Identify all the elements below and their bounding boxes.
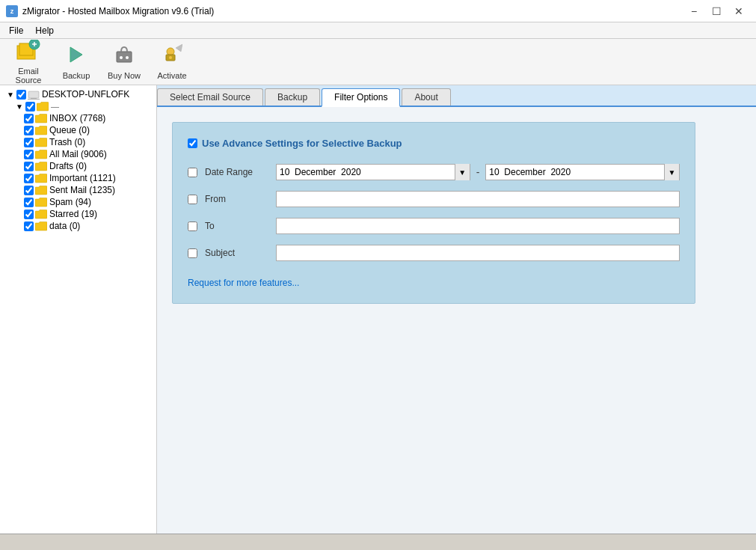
data-folder-icon [35,221,47,231]
important-folder-icon [35,173,47,183]
tree-checkbox-spam[interactable] [24,198,34,207]
tree-inbox-label: INBOX (7768) [49,113,105,123]
tree-checkbox-sentmail[interactable] [24,186,34,195]
tree-checkbox-account[interactable] [25,102,35,111]
tree-checkbox-important[interactable] [24,174,34,183]
minimize-button[interactable]: − [683,4,705,19]
advance-settings-checkbox[interactable] [188,138,197,148]
spam-folder-icon [35,197,47,207]
subject-label: Subject [205,248,268,258]
date-to-picker-button[interactable]: ▼ [664,164,679,180]
tree-checkbox-trash[interactable] [24,138,34,147]
tree-root-label: DESKTOP-UNFLOFK [42,89,129,100]
tree-inbox[interactable]: INBOX (7768) [0,112,156,124]
svg-rect-6 [117,52,132,62]
backup-icon [66,44,87,70]
buy-now-button[interactable]: Buy Now [102,42,147,82]
svg-rect-14 [28,99,40,100]
tree-sentmail[interactable]: Sent Mail (1235) [0,184,156,196]
title-bar-buttons: − ☐ ✕ [683,4,750,19]
date-range-label: Date Range [205,167,268,177]
tab-filter-options[interactable]: Filter Options [322,88,400,107]
content-area: Select Email Source Backup Filter Option… [157,85,756,534]
queue-folder-icon [35,125,47,135]
allmail-folder-icon [35,149,47,159]
to-row: To [188,218,680,234]
tab-select-email-source[interactable]: Select Email Source [157,88,263,106]
tree-spam[interactable]: Spam (94) [0,196,156,208]
subject-checkbox[interactable] [188,248,197,258]
tab-about[interactable]: About [402,88,450,106]
date-from-input[interactable] [277,165,455,180]
from-input[interactable] [276,191,680,207]
inbox-folder-icon [35,113,47,123]
svg-point-7 [120,56,123,59]
from-checkbox[interactable] [188,195,197,204]
activate-label: Activate [157,71,186,80]
close-button[interactable]: ✕ [728,4,750,19]
tree-checkbox-starred[interactable] [24,210,34,219]
subject-row: Subject [188,245,680,261]
tree-spam-label: Spam (94) [49,197,91,207]
menu-help[interactable]: Help [29,24,60,37]
email-source-button[interactable]: Email Source [6,42,51,82]
tree-data[interactable]: data (0) [0,220,156,232]
tree-data-label: data (0) [49,221,80,231]
title-bar: z zMigrator - Hosted Mailbox Migration v… [0,0,756,22]
date-from-picker-button[interactable]: ▼ [455,164,470,180]
tree-checkbox-queue[interactable] [24,126,34,135]
tree-checkbox-root[interactable] [16,90,26,100]
svg-rect-12 [28,91,39,98]
toolbar: Email Source Backup Buy Now [0,39,756,85]
maximize-button[interactable]: ☐ [705,4,728,19]
tab-backup[interactable]: Backup [265,88,320,106]
tree-important[interactable]: Important (1121) [0,172,156,184]
advance-settings-label: Use Advance Settings for Selective Backu… [202,138,402,149]
activate-icon [162,44,182,70]
backup-button[interactable]: Backup [54,42,99,82]
buy-now-label: Buy Now [108,71,141,80]
request-features-link[interactable]: Request for more features... [188,278,299,288]
tree-account-label: — [51,102,59,111]
activate-button[interactable]: Activate [150,42,194,82]
email-source-icon [16,40,40,65]
account-folder-icon [37,101,49,111]
tree-root[interactable]: ▼ DESKTOP-UNFLOFK [0,88,156,100]
tree-checkbox-allmail[interactable] [24,150,34,159]
svg-marker-5 [70,47,82,62]
sidebar: ▼ DESKTOP-UNFLOFK ▼ — INBOX (7768) [0,85,157,534]
date-to-input-wrapper: ▼ [485,164,680,180]
tab-bar: Select Email Source Backup Filter Option… [157,85,756,107]
tree-checkbox-drafts[interactable] [24,162,34,171]
date-range-checkbox[interactable] [188,168,197,177]
filter-panel: Use Advance Settings for Selective Backu… [172,122,695,304]
tree-toggle-root[interactable]: ▼ [6,90,15,99]
status-bar [0,534,756,550]
tree-starred-label: Starred (19) [49,209,97,219]
tree-allmail-label: All Mail (9006) [49,149,107,159]
tree-account[interactable]: ▼ — [0,100,156,112]
filter-title-row: Use Advance Settings for Selective Backu… [188,138,680,149]
tree-toggle-account[interactable]: ▼ [15,102,24,111]
subject-input[interactable] [276,245,680,261]
date-to-input[interactable] [486,165,664,180]
window-title: zMigrator - Hosted Mailbox Migration v9.… [22,6,214,16]
app-icon: z [6,5,18,17]
date-range-row: Date Range ▼ - ▼ [188,164,680,180]
email-source-label: Email Source [6,67,51,85]
menu-file[interactable]: File [3,24,29,37]
to-checkbox[interactable] [188,221,197,231]
tree-drafts[interactable]: Drafts (0) [0,160,156,172]
tree-trash[interactable]: Trash (0) [0,136,156,148]
to-label: To [205,221,268,231]
drafts-folder-icon [35,161,47,171]
to-input[interactable] [276,218,680,234]
tree-allmail[interactable]: All Mail (9006) [0,148,156,160]
sentmail-folder-icon [35,185,47,195]
computer-icon [28,89,40,100]
tree-starred[interactable]: Starred (19) [0,208,156,220]
tree-checkbox-data[interactable] [24,221,34,231]
tree-checkbox-inbox[interactable] [24,114,34,123]
from-label: From [205,194,268,204]
tree-queue[interactable]: Queue (0) [0,124,156,136]
